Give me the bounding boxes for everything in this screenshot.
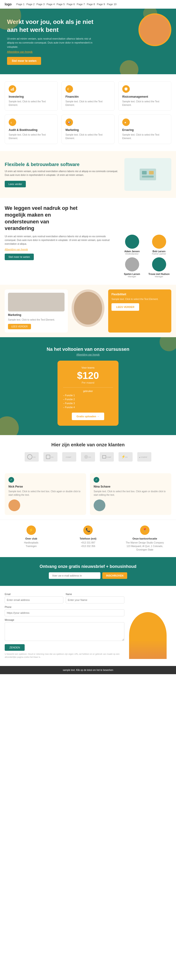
newsletter-email-input[interactable]	[49, 572, 101, 579]
nav-link-7[interactable]: Page 7	[77, 3, 85, 6]
form-row-phone: Phone	[5, 606, 124, 616]
service-title-1: Financiën	[66, 95, 110, 99]
footer-info-lines-1: +913 331 897 +913 332 356	[61, 541, 115, 548]
svg-point-11	[27, 455, 32, 459]
service-text-2: Sample text. Click to select the Text El…	[122, 100, 167, 107]
team-card-1: Bob Larsen Partner partner	[147, 235, 171, 255]
info-card-marketing-image	[8, 293, 64, 312]
price-features: Functie 1 Functie 2 Functie 3 Functie 4	[63, 393, 113, 409]
hero-section: Werkt voor jou, ook als je niet aan het …	[0, 9, 176, 74]
team-name-2: Speten Larsen	[120, 273, 144, 275]
courses-image-link[interactable]: Afbeelding van freepik	[5, 353, 171, 356]
hero-heading: Werkt voor jou, ook als je niet aan het …	[7, 18, 96, 34]
team-name-1: Bob Larsen	[147, 250, 171, 253]
form-group-email: Email	[5, 593, 63, 603]
clients-heading: Hier zijn enkele van onze klanten	[5, 442, 171, 447]
change-image-link[interactable]: Afbeelding van freepik	[5, 248, 115, 251]
info-card-marketing-cta[interactable]: LEES VERDER	[8, 324, 31, 329]
price-divider	[63, 387, 113, 388]
price-period: Per maand	[63, 381, 113, 384]
footer-info-lines-0: Hardloopbails Trainingen	[5, 541, 58, 548]
team-role-0: Eindredacteur	[120, 253, 144, 255]
message-field[interactable]	[5, 622, 124, 641]
contact-form: Email Name Phone Message ZENDEN U bewerk…	[5, 593, 124, 659]
name-field[interactable]	[66, 597, 124, 603]
software-text: Flexibele & betrouwbare software Ut enim…	[5, 162, 120, 187]
email-field[interactable]	[5, 597, 63, 603]
svg-rect-18	[102, 455, 106, 458]
phone-label: Phone	[5, 606, 124, 608]
info-card-flex-cta[interactable]: LEES VERDER	[112, 303, 139, 311]
software-cta-button[interactable]: Lees verder	[5, 181, 26, 187]
form-group-name: Name	[66, 593, 124, 603]
team-avatar-2	[125, 257, 139, 271]
change-cta-button[interactable]: Stel meer te weten	[5, 254, 34, 260]
change-body: Ut enim ad minim veniam, quis nostrud ex…	[5, 235, 115, 246]
service-card-ervaring: ★ Ervaring Sample text. Click to select …	[118, 115, 171, 144]
svg-text:COMP: COMP	[106, 457, 111, 458]
hero-cta-button[interactable]: Stel meer te weten	[7, 57, 41, 65]
courses-cta-button[interactable]: Gratis uploaden →	[72, 413, 104, 420]
nav-link-3[interactable]: Page 3	[36, 3, 45, 6]
contact-avatar	[129, 612, 166, 659]
logo[interactable]: logo	[5, 2, 12, 6]
client-logos: CO CO COMP CO COMP ⚡CO ◈ COMPAT	[5, 452, 171, 461]
form-row-message: Message	[5, 619, 124, 641]
phone-field[interactable]	[5, 609, 124, 616]
testimonial-text-1: Sample text. Click to select the text bo…	[94, 490, 168, 497]
team-card-0: Adam Jansen Eindredacteur	[120, 235, 144, 255]
footer-text: sample text. Klik op de tekst om het te …	[5, 669, 171, 671]
team-avatar-3	[152, 257, 166, 271]
svg-rect-0	[11, 89, 11, 91]
hero-image-link[interactable]: Afbeelding van freepik	[7, 50, 96, 53]
newsletter-form: INSCHRIJVEN	[5, 572, 171, 579]
client-logo-5: ⚡CO	[118, 452, 133, 461]
footer-info-lines-2: The Warver Design Studio Company 123 Mar…	[118, 541, 171, 552]
newsletter-cta-button[interactable]: INSCHRIJVEN	[102, 572, 127, 579]
svg-text:±: ±	[11, 121, 12, 124]
svg-text:📢: 📢	[67, 121, 70, 124]
nav-link-2[interactable]: Page 2	[26, 3, 35, 6]
nav-link-10[interactable]: Page 10	[107, 3, 117, 6]
team-name-0: Adam Jansen	[120, 250, 144, 253]
email-label: Email	[5, 593, 63, 595]
change-section: We leggen veel nadruk op het mogelijk ma…	[0, 198, 176, 285]
contact-image-area	[129, 593, 171, 659]
courses-section: Na het voltooien van onze cursussen Afbe…	[0, 337, 176, 435]
money-icon: €	[66, 85, 73, 93]
team-role-1: Partner partner	[147, 253, 171, 255]
megaphone-icon: 📢	[66, 118, 73, 126]
navbar: logo Page 1 Page 2 Page 3 Page 4 Page 5 …	[0, 0, 176, 9]
footer-info-title-1: Telefoon (ext)	[61, 537, 115, 540]
svg-text:€: €	[67, 88, 69, 91]
team-avatar-1	[152, 235, 166, 249]
courses-deco-1	[0, 416, 19, 435]
testimonial-name-1: Nina Schave	[94, 485, 168, 488]
team-grid: Adam Jansen Eindredacteur Bob Larsen Par…	[120, 235, 171, 278]
contact-submit-button[interactable]: ZENDEN	[5, 644, 25, 651]
team-role-3: Manager	[147, 275, 171, 278]
team-card-3: Trouw met Hudson Manager	[147, 257, 171, 278]
nav-link-1[interactable]: Page 1	[16, 3, 25, 6]
service-title-2: Risicomanagement	[122, 95, 167, 99]
nav-link-5[interactable]: Page 5	[56, 3, 65, 6]
nav-link-6[interactable]: Page 6	[67, 3, 75, 6]
star-icon: ★	[122, 118, 130, 126]
nav-link-4[interactable]: Page 4	[46, 3, 55, 6]
form-group-phone: Phone	[5, 606, 124, 616]
svg-text:CO: CO	[125, 457, 128, 458]
service-text-3: Sample text. Click to select the Text El…	[9, 133, 54, 140]
info-card-marketing-title: Marketing	[8, 313, 64, 317]
form-group-message: Message	[5, 619, 124, 641]
client-logo-1: CO	[43, 452, 58, 461]
nav-link-9[interactable]: Page 9	[97, 3, 105, 6]
name-label: Name	[66, 593, 124, 595]
nav-link-8[interactable]: Page 8	[87, 3, 95, 6]
calculator-icon: ±	[9, 118, 16, 126]
footer-info-item-2: 📍 Onze kantoorlocatie The Warver Design …	[118, 525, 171, 552]
footer-info-title-2: Onze kantoorlocatie	[118, 537, 171, 540]
check-icon-0: ✓	[8, 477, 14, 483]
hero-avatar-inner	[140, 14, 170, 45]
client-logo-2: COMP	[62, 452, 76, 461]
price-label: Voor teams	[63, 366, 113, 369]
